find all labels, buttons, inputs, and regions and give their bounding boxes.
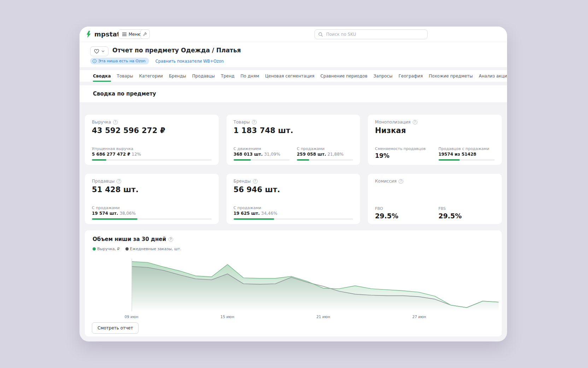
tab-похожие-предметы[interactable]: Похожие предметы <box>429 70 473 82</box>
tab-сводка[interactable]: Сводка <box>93 70 111 82</box>
card-label: Продавцы ? <box>92 179 212 184</box>
sub-line: 259 058 шт.21,88% <box>297 152 353 157</box>
tab-label: Тренд <box>221 74 234 79</box>
sku-search[interactable] <box>314 29 428 39</box>
card-label-text: Выручка <box>92 120 111 125</box>
tab-география[interactable]: География <box>399 70 423 82</box>
heart-icon <box>94 49 99 54</box>
help-icon[interactable]: ? <box>117 179 121 184</box>
fbs-value: 29.5% <box>439 212 495 220</box>
card-label-text: Комиссия <box>375 179 396 184</box>
x-axis-label: 15 июн <box>220 315 234 319</box>
help-icon[interactable]: ? <box>113 120 118 125</box>
legend-label: Выручка, ₽ <box>97 247 120 251</box>
tab-анализ-акций[interactable]: Анализ акцийAI <box>479 70 507 82</box>
card-subs: Сменяемость продавцов 19% Продавцов с пр… <box>375 146 495 161</box>
tab-бренды[interactable]: Бренды <box>169 70 186 82</box>
card-label-text: Монополизация <box>375 120 410 125</box>
chart-title: Объем ниши за 30 дней <box>93 236 166 242</box>
tab-label: Бренды <box>169 74 186 79</box>
help-icon[interactable]: ? <box>413 120 417 125</box>
sub-pct: 21,88% <box>328 152 344 157</box>
tab-по-дням[interactable]: По дням <box>241 70 259 82</box>
wrench-icon <box>143 32 147 37</box>
help-icon[interactable]: ? <box>253 179 258 184</box>
view-report-button[interactable]: Смотреть отчет <box>92 322 139 334</box>
sub-value: 19 574 шт. <box>92 211 118 216</box>
sub-pct: 38,06% <box>119 211 136 216</box>
tab-label: Запросы <box>374 74 393 79</box>
card-label: Комиссия ? <box>375 179 495 184</box>
sub-value: 368 013 шт. <box>234 152 263 157</box>
sub-label: С продажами <box>234 206 353 210</box>
mpstats-logo-icon <box>85 30 92 38</box>
legend-dot-green <box>93 247 96 251</box>
niche-volume-card: Объем ниши за 30 дней ? Выручка, ₽ Ежедн… <box>85 230 502 337</box>
tab-bar: СводкаТоварыКатегорииБрендыПродавцыТренд… <box>80 70 507 82</box>
commission-card: Комиссия ? FBO 29.5% FBS 29.5% <box>368 174 502 224</box>
tab-сравнение-периодов[interactable]: Сравнение периодов <box>321 70 368 82</box>
sub-value: 19 625 шт. <box>234 211 260 216</box>
tab-ценовая-сегментация[interactable]: Ценовая сегментация <box>265 70 314 82</box>
title-section: Отчет по предмету Одежда / Платья i Эта … <box>80 42 507 67</box>
info-icon: i <box>93 59 96 63</box>
tab-товары[interactable]: Товары <box>117 70 133 82</box>
search-icon <box>318 32 323 37</box>
chevron-down-icon <box>101 50 105 52</box>
tools-button[interactable] <box>140 29 150 39</box>
app-window: mpstats Меню <box>80 27 507 341</box>
legend-dot-dark <box>125 247 129 251</box>
tab-label: Сводка <box>93 74 111 79</box>
card-subs: С продажами 19 625 шт.34,46% <box>234 206 353 220</box>
tab-label: Категории <box>139 74 163 79</box>
sub-label: С продажами <box>297 146 353 151</box>
sellers-value: 51 428 шт. <box>92 185 212 194</box>
tab-label: Сравнение периодов <box>321 74 368 79</box>
help-icon[interactable]: ? <box>252 120 257 125</box>
card-subs: Упущенная выручка 5 686 277 472 ₽12% <box>92 146 212 161</box>
ozon-badge-label: Эта ниша есть на Ozon <box>98 59 146 63</box>
search-input[interactable] <box>325 31 424 37</box>
sub-label: С продажами <box>92 206 212 210</box>
tab-label: Ценовая сегментация <box>265 74 314 79</box>
chart-title-row: Объем ниши за 30 дней ? <box>93 236 173 242</box>
card-subs: С продажами 19 574 шт.38,06% <box>92 206 212 220</box>
help-icon[interactable]: ? <box>169 237 173 242</box>
hamburger-icon <box>122 33 127 36</box>
tab-категории[interactable]: Категории <box>139 70 163 82</box>
badge-row: i Эта ниша есть на Ozon Сравнить показат… <box>90 58 224 64</box>
legend-label: Ежедневные заказы, шт. <box>130 247 181 251</box>
tab-запросы[interactable]: Запросы <box>374 70 393 82</box>
chart-legend: Выручка, ₽ Ежедневные заказы, шт. <box>93 247 181 251</box>
favorite-control[interactable] <box>90 46 108 56</box>
products-card: Товары ? 1 183 748 шт. С движением 368 0… <box>227 115 360 165</box>
brands-card: Бренды ? 56 946 шт. С продажами 19 625 ш… <box>227 174 360 224</box>
card-label: Товары ? <box>234 120 353 125</box>
products-value: 1 183 748 шт. <box>234 126 353 135</box>
tab-label: Товары <box>117 74 133 79</box>
top-bar: mpstats Меню <box>80 27 507 42</box>
tab-label: Похожие предметы <box>429 74 473 79</box>
sub-line: 19574 из 51428 <box>439 152 495 157</box>
help-icon[interactable]: ? <box>399 179 403 184</box>
progress-bar <box>92 159 212 161</box>
sub-value: 19574 из 51428 <box>439 152 476 157</box>
tab-тренд[interactable]: Тренд <box>221 70 234 82</box>
card-label: Бренды ? <box>234 179 353 184</box>
page-title: Отчет по предмету Одежда / Платья <box>112 47 241 54</box>
sub-pct: 31,09% <box>264 152 280 157</box>
sub-label: Продавцов с продажами <box>439 146 495 151</box>
summary-band: Сводка по предмету <box>80 85 507 102</box>
card-label-text: Товары <box>234 120 250 125</box>
tab-label: По дням <box>241 74 259 79</box>
brands-value: 56 946 шт. <box>234 185 353 194</box>
niche-volume-chart <box>131 259 499 312</box>
sellers-turnover-value: 19% <box>375 152 431 159</box>
legend-item-orders[interactable]: Ежедневные заказы, шт. <box>125 247 181 251</box>
tab-продавцы[interactable]: Продавцы <box>192 70 215 82</box>
progress-bar <box>234 218 353 220</box>
sub-value: 259 058 шт. <box>297 152 326 157</box>
x-axis-label: 09 июн <box>124 315 138 319</box>
legend-item-revenue[interactable]: Выручка, ₽ <box>93 247 120 251</box>
compare-wb-ozon-link[interactable]: Сравнить показатели WB+Ozon <box>155 59 224 64</box>
